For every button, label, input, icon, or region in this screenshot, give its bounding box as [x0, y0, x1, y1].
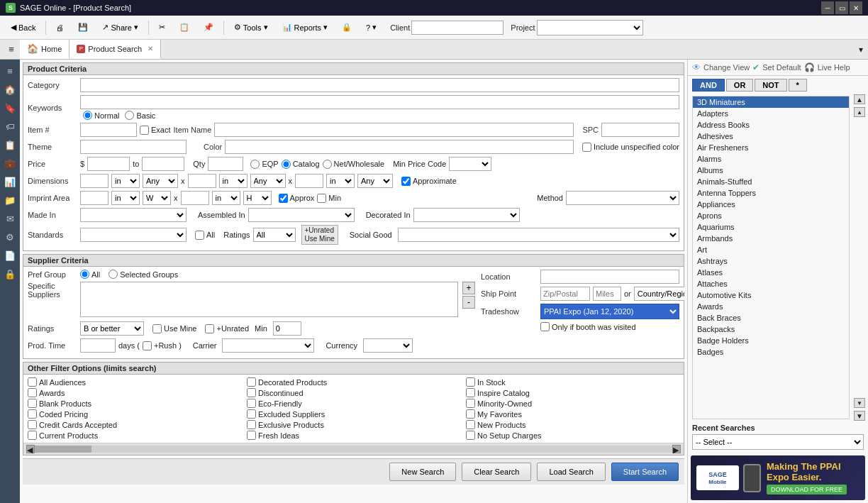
nav-orders-button[interactable]: 💼	[1, 155, 18, 172]
pref-all-radio[interactable]	[80, 270, 89, 279]
pref-selected-label[interactable]: Selected Groups	[108, 270, 178, 279]
use-mine-checkbox[interactable]	[152, 324, 162, 333]
color-input[interactable]	[225, 140, 574, 154]
filter-awards[interactable]: Awards	[28, 388, 241, 397]
category-list-item[interactable]: Badges	[693, 346, 849, 358]
close-button[interactable]: ✕	[850, 1, 862, 14]
filter-new-products[interactable]: New Products	[466, 420, 679, 429]
category-scroll-bottom-button[interactable]: ▼	[854, 398, 865, 408]
tab-home[interactable]: 🏠 Home	[20, 40, 69, 59]
specific-suppliers-input[interactable]	[80, 282, 458, 317]
filter-exclusive-products[interactable]: Exclusive Products	[247, 420, 460, 429]
radio-normal[interactable]	[83, 111, 92, 120]
exact-checkbox[interactable]	[140, 126, 149, 135]
set-default-button[interactable]: Set Default	[762, 63, 801, 72]
social-good-select[interactable]	[398, 228, 679, 242]
share-button[interactable]: ↗ Share ▾	[96, 20, 144, 35]
category-list-item[interactable]: Back Braces	[693, 312, 849, 324]
category-scroll-down-button[interactable]: ▼	[854, 411, 865, 421]
imprint-unit2-select[interactable]: in	[212, 191, 240, 205]
filter-inspire-catalog[interactable]: Inspire Catalog	[466, 388, 679, 397]
nav-settings-button[interactable]: ⚙	[1, 228, 18, 245]
or-button[interactable]: OR	[726, 79, 754, 92]
save-button[interactable]: 💾	[72, 20, 94, 35]
in-stock-checkbox[interactable]	[466, 377, 475, 387]
tools-button[interactable]: ⚙ Tools ▾	[228, 20, 274, 35]
coded-pricing-checkbox[interactable]	[28, 409, 37, 419]
load-search-button[interactable]: Load Search	[537, 463, 605, 481]
category-list-item[interactable]: Alarms	[693, 153, 849, 165]
dim1-input[interactable]	[80, 174, 108, 188]
tab-expand-button[interactable]: ▾	[854, 40, 868, 59]
print-button[interactable]: 🖨	[50, 21, 70, 35]
category-list-item[interactable]: Art	[693, 244, 849, 255]
supplier-remove-button[interactable]: -	[462, 296, 475, 309]
price-from-input[interactable]	[87, 157, 130, 171]
filter-eco-friendly[interactable]: Eco-Friendly	[247, 399, 460, 408]
catalog-radio[interactable]	[282, 160, 291, 169]
miles-input[interactable]	[593, 287, 621, 301]
minimize-button[interactable]: ─	[821, 1, 834, 14]
filter-no-setup[interactable]: No Setup Charges	[466, 431, 679, 440]
filter-fresh-ideas[interactable]: Fresh Ideas	[247, 431, 460, 440]
scroll-right-button[interactable]: ▶	[672, 445, 681, 453]
currency-select[interactable]	[363, 338, 413, 353]
unrated-label[interactable]: +Unrated	[205, 324, 249, 333]
only-booth-checkbox[interactable]	[540, 322, 550, 331]
category-list-item[interactable]: Air Fresheners	[693, 142, 849, 153]
credit-cards-checkbox[interactable]	[28, 420, 37, 429]
zip-postal-input[interactable]	[540, 287, 590, 301]
dim1-any-select[interactable]: Any	[143, 174, 178, 188]
category-input[interactable]	[80, 78, 679, 92]
category-list-item[interactable]: Adhesives	[693, 131, 849, 142]
prod-time-input[interactable]	[80, 338, 116, 353]
category-list-item[interactable]: Awards	[693, 301, 849, 312]
standards-select[interactable]	[80, 228, 187, 242]
blank-products-checkbox[interactable]	[28, 399, 37, 408]
category-list-item[interactable]: 3D Miniatures	[693, 96, 849, 108]
rush-label[interactable]: +Rush )	[143, 341, 182, 350]
my-favorites-checkbox[interactable]	[466, 409, 475, 419]
category-list-item[interactable]: Armbands	[693, 233, 849, 244]
min-value-input[interactable]	[273, 321, 301, 336]
dim2-input[interactable]	[188, 174, 216, 188]
category-list-item[interactable]: Aquariums	[693, 221, 849, 233]
start-search-button[interactable]: Start Search	[611, 463, 679, 481]
category-list-item[interactable]: Attaches	[693, 278, 849, 289]
discontinued-checkbox[interactable]	[247, 388, 256, 397]
nav-home-button[interactable]: 🏠	[1, 81, 18, 98]
scroll-left-button[interactable]: ◀	[26, 445, 35, 453]
assembled-in-select[interactable]	[248, 208, 355, 222]
radio-basic[interactable]	[125, 111, 134, 120]
imprint1-input[interactable]	[80, 191, 108, 205]
eqp-radio[interactable]	[250, 160, 260, 169]
include-unspecified-label[interactable]: Include unspecified color	[582, 143, 679, 152]
filter-blank-products[interactable]: Blank Products	[28, 399, 241, 408]
decorated-products-checkbox[interactable]	[247, 377, 256, 387]
recent-searches-select[interactable]: -- Select --	[692, 434, 864, 450]
category-list-item[interactable]: Badge Holders	[693, 335, 849, 346]
client-input[interactable]	[411, 21, 503, 35]
filter-my-favorites[interactable]: My Favorites	[466, 409, 679, 419]
awards-checkbox[interactable]	[28, 388, 37, 397]
imprint-unit-select[interactable]: in	[111, 191, 140, 205]
category-list-item[interactable]: Backpacks	[693, 324, 849, 335]
only-booth-label[interactable]: Only if booth was visited	[540, 322, 679, 331]
decorated-in-select[interactable]	[413, 208, 520, 222]
nav-docs-button[interactable]: 📄	[1, 247, 18, 264]
all-audiences-checkbox[interactable]	[28, 377, 37, 387]
net-wholesale-radio[interactable]	[323, 160, 332, 169]
imprint-h-select[interactable]: H	[243, 191, 272, 205]
reports-button[interactable]: 📊 Reports ▾	[276, 20, 335, 35]
eco-friendly-checkbox[interactable]	[247, 399, 256, 408]
change-view-button[interactable]: Change View	[703, 63, 750, 72]
live-help-button[interactable]: Live Help	[818, 63, 850, 72]
supplier-add-button[interactable]: +	[462, 282, 475, 294]
tradeshow-select[interactable]: PPAI Expo (Jan 12, 2020)	[540, 304, 679, 319]
dim3-unit-select[interactable]: in	[326, 174, 355, 188]
excluded-suppliers-checkbox[interactable]	[247, 409, 256, 419]
all-standards-checkbox[interactable]	[195, 231, 204, 240]
nav-tag-button[interactable]: 🏷	[1, 118, 18, 135]
project-select[interactable]	[537, 20, 643, 35]
approximate-checkbox[interactable]	[401, 177, 411, 186]
